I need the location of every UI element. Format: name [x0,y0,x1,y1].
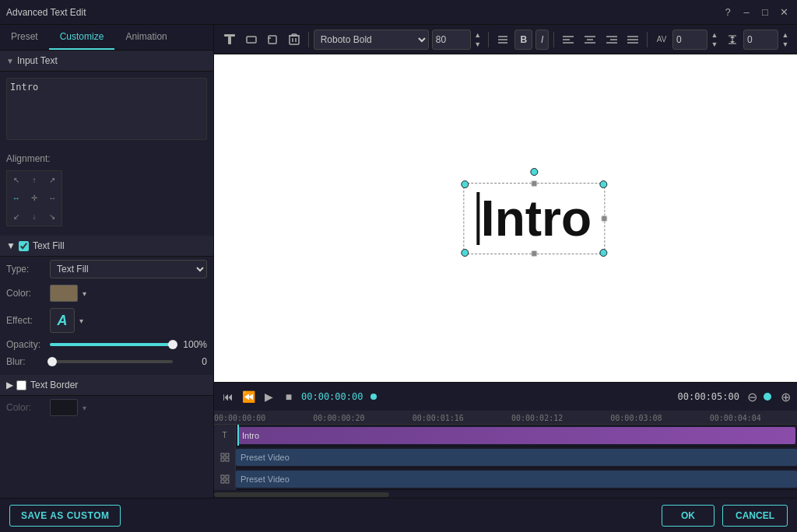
align-right-icon[interactable] [602,30,621,49]
rotate-handle[interactable] [530,168,538,176]
handle-bl[interactable] [461,249,469,257]
zoom-out-button[interactable]: ⊖ [747,390,757,404]
svg-rect-30 [221,458,224,461]
canvas-text-label: Intro [481,190,592,247]
help-button[interactable]: ? [721,5,735,19]
text-border-section-header[interactable]: ▶ Text Border [0,375,213,396]
align-bot-left[interactable]: ↙ [7,208,25,226]
align-center[interactable]: ✛ [25,189,43,207]
separator-2 [488,32,489,47]
zoom-indicator [764,393,771,401]
stop-button[interactable]: ■ [281,390,297,403]
skip-back-button[interactable]: ⏮ [220,390,236,403]
ruler-label-1: 00:00:00:20 [313,414,364,422]
line-spacing-icon[interactable] [493,30,512,49]
timeline-dot [370,394,377,400]
svg-rect-28 [221,453,224,457]
text-border-label: Text Border [30,380,78,390]
handle-tm[interactable] [531,180,537,187]
text-element[interactable]: Intro [463,183,605,254]
italic-button[interactable]: I [535,30,549,50]
crop-tool-icon[interactable] [263,30,282,49]
align-top-left[interactable]: ↖ [7,171,25,189]
letter-spacing-down[interactable]: ▼ [709,40,720,48]
timeline-scrollbar-thumb[interactable] [214,492,389,497]
handle-bm[interactable] [531,250,537,257]
app-title: Advanced Text Edit [6,7,86,18]
step-back-button[interactable]: ⏪ [241,390,256,403]
tab-customize[interactable]: Customize [49,25,115,50]
input-text-section-header[interactable]: ▼ Input Text [0,51,213,72]
line-height-icon [723,30,742,49]
delete-icon[interactable] [285,30,304,49]
handle-br[interactable] [599,249,607,257]
maximize-button[interactable]: □ [758,5,772,19]
preset-clip-1[interactable]: Preset Video [236,449,797,466]
text-fill-checkbox[interactable] [19,241,29,251]
tab-animation[interactable]: Animation [114,25,177,50]
effect-icon[interactable]: A [50,308,75,333]
blur-slider[interactable] [50,360,173,363]
effect-dropdown-arrow[interactable]: ▾ [79,317,83,325]
canvas-inner: Intro [214,54,797,382]
ok-button[interactable]: OK [662,505,714,527]
align-top-right[interactable]: ↗ [44,171,61,189]
type-select[interactable]: Text Fill Gradient Image [50,260,207,278]
font-size-down[interactable]: ▼ [472,40,483,48]
text-tool-icon[interactable] [220,30,239,49]
align-mid-left[interactable]: ↔ [7,189,25,207]
align-center-icon[interactable] [581,30,599,49]
text-border-checkbox[interactable] [16,380,26,390]
align-left-icon[interactable] [559,30,578,49]
blur-value: 0 [177,356,207,367]
handle-mr[interactable] [601,215,607,222]
letter-spacing-input[interactable] [672,30,707,50]
color-swatch[interactable] [50,285,78,302]
input-text-field[interactable]: Intro [6,78,207,140]
blur-row: Blur: 0 [0,353,213,370]
bottom-right-buttons: OK CANCEL [662,505,788,527]
text-cursor [476,192,479,245]
zoom-in-button[interactable]: ⊕ [781,390,791,404]
align-mid-right[interactable]: ↔ [44,189,61,207]
track-content-preset-2[interactable]: Preset Video [236,468,797,489]
tab-preset[interactable]: Preset [0,25,49,50]
handle-tr[interactable] [599,180,607,188]
text-border-checkbox-label[interactable]: Text Border [16,380,78,390]
play-button[interactable]: ▶ [261,390,276,403]
track-content-preset-1[interactable]: Preset Video [236,446,797,467]
intro-clip[interactable]: Intro [237,427,795,444]
svg-rect-2 [247,37,256,43]
align-bot-center[interactable]: ↓ [25,208,43,226]
letter-spacing-up[interactable]: ▲ [709,30,720,39]
align-bot-right[interactable]: ↘ [44,208,61,226]
font-size-input[interactable] [432,30,471,50]
justify-icon[interactable] [623,30,642,49]
font-size-up[interactable]: ▲ [472,30,483,39]
line-height-input[interactable] [743,30,778,50]
select-tool-icon[interactable] [242,30,261,49]
preset-clip-1-label: Preset Video [241,453,290,462]
preset-clip-2[interactable]: Preset Video [236,471,797,488]
line-height-up[interactable]: ▲ [780,30,791,39]
track-content-intro[interactable]: Intro [236,425,797,446]
opacity-slider[interactable] [50,343,173,346]
save-as-custom-button[interactable]: SAVE AS CUSTOM [9,505,121,527]
text-fill-chevron: ▼ [6,240,16,251]
bold-button[interactable]: B [514,30,532,50]
opacity-label: Opacity: [6,339,45,350]
ruler-label-0: 00:00:00:00 [214,414,265,422]
text-fill-checkbox-label[interactable]: Text Fill [19,240,65,251]
text-fill-section-header[interactable]: ▼ Text Fill [0,236,213,257]
close-button[interactable]: ✕ [777,5,791,19]
align-top-center[interactable]: ↑ [25,171,43,189]
font-family-select[interactable]: Roboto Bold Arial Times New Roman [314,30,429,50]
handle-tl[interactable] [461,180,469,188]
svg-rect-32 [221,475,224,478]
text-fill-label: Text Fill [33,240,65,251]
cancel-button[interactable]: CANCEL [722,505,788,527]
ruler-label-4: 00:00:03:08 [610,414,662,422]
color-dropdown-arrow[interactable]: ▾ [83,289,86,298]
minimize-button[interactable]: – [739,5,753,19]
line-height-down[interactable]: ▼ [780,40,791,48]
